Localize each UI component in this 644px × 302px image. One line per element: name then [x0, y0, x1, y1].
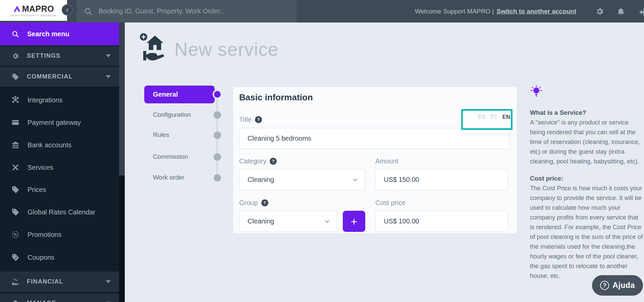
category-select[interactable]: Cleaning: [239, 169, 365, 190]
step-dot: [214, 153, 221, 161]
bell-icon: [616, 7, 625, 16]
sidebar-item-label: Bank accounts: [28, 141, 71, 149]
page-title: New service: [174, 39, 279, 60]
notifications-bell-button[interactable]: [616, 7, 625, 16]
sidebar-item-label: Global Rates Calendar: [28, 208, 95, 216]
sidebar-item-label: Integrations: [28, 96, 63, 104]
chevron-down-icon: [106, 75, 111, 78]
hand-coins-icon: [11, 278, 19, 286]
step-rules[interactable]: Rules: [153, 131, 169, 139]
price-tag-icon: [11, 186, 19, 194]
rates-tag-icon: [11, 208, 19, 216]
sidebar-item-global-rates-calendar[interactable]: Global Rates Calendar: [0, 205, 119, 219]
logout-icon: [638, 7, 644, 17]
basic-information-card: Basic information Title ? ES PT EN Categ…: [233, 87, 517, 234]
gear-icon: [595, 7, 604, 16]
integrations-hub-icon: [11, 96, 19, 104]
group-label: Group: [239, 199, 258, 207]
cost-price-label: Cost price: [375, 199, 406, 207]
tag-icon: [11, 73, 19, 81]
step-dot: [214, 111, 221, 119]
sidebar-item-label: Coupons: [28, 254, 54, 261]
sidebar-section-financial[interactable]: FINANCIAL: [0, 271, 119, 292]
sidebar-scrollbar[interactable]: [119, 22, 125, 302]
chevron-down-icon: [352, 177, 358, 183]
help-cost-title: Cost price:: [530, 175, 643, 182]
sidebar-item-prices[interactable]: Prices: [0, 182, 119, 197]
sidebar-item-payment-gateway[interactable]: Payment gateway: [0, 115, 119, 130]
sidebar-section-commercial[interactable]: COMMERCIAL: [0, 66, 119, 87]
sidebar-item-promotions[interactable]: % Promotions: [0, 227, 119, 242]
global-search[interactable]: [76, 0, 297, 22]
step-configuration[interactable]: Configuration: [153, 111, 191, 118]
card-title: Basic information: [239, 92, 313, 103]
switch-account-link[interactable]: Switch to another account: [496, 8, 576, 15]
sidebar-item-label: Promotions: [28, 231, 61, 239]
step-general[interactable]: General: [144, 86, 215, 103]
main-content: New service General Configuration Rules …: [125, 22, 644, 302]
sidebar-section-manage[interactable]: MANAGE: [0, 293, 119, 302]
sidebar-section-label: FINANCIAL: [27, 278, 63, 285]
settings-gear-button[interactable]: [595, 7, 604, 16]
logout-button[interactable]: [638, 7, 644, 16]
chevron-down-icon: [106, 54, 111, 57]
add-group-button[interactable]: +: [343, 211, 365, 232]
step-dot-active: [213, 90, 222, 99]
ajuda-label: Ajuda: [612, 281, 635, 290]
sidebar: Search menu SETTINGS COMMERCIAL Integrat…: [0, 22, 119, 302]
svg-text:%: %: [14, 233, 17, 237]
global-search-input[interactable]: [99, 7, 286, 15]
chevron-down-icon: [106, 280, 111, 283]
sidebar-item-coupons[interactable]: Coupons: [0, 250, 119, 265]
category-label: Category: [239, 157, 266, 165]
coupon-tag-icon: [11, 253, 19, 261]
ajuda-help-button[interactable]: ? Ajuda: [592, 275, 643, 296]
sidebar-item-services[interactable]: Services: [0, 160, 119, 175]
category-value: Cleaning: [248, 176, 274, 183]
sidebar-collapse-button[interactable]: ‹: [62, 4, 73, 15]
amount-input[interactable]: [375, 169, 508, 190]
sidebar-item-label: Services: [28, 164, 53, 171]
lang-tab-pt[interactable]: PT: [490, 114, 498, 120]
sidebar-item-label: Prices: [28, 186, 46, 194]
cost-price-input[interactable]: [375, 211, 508, 232]
group-help-icon[interactable]: ?: [261, 199, 268, 206]
gear-icon: [11, 52, 19, 60]
sidebar-item-bank-accounts[interactable]: Bank accounts: [0, 138, 119, 152]
bank-icon: [11, 141, 19, 149]
title-help-icon[interactable]: ?: [255, 116, 262, 123]
percent-circle-icon: %: [11, 231, 19, 239]
sidebar-search-label: Search menu: [27, 30, 69, 38]
group-value: Cleaning: [248, 217, 274, 225]
logo-brand: MAPRO: [22, 4, 54, 14]
lang-tab-es[interactable]: ES: [478, 114, 486, 120]
app-logo[interactable]: MAPRO DEMO PROPERTY MANAGER: [0, 0, 67, 21]
step-work-order[interactable]: Work order: [153, 174, 184, 181]
category-help-icon[interactable]: ?: [270, 158, 277, 165]
step-dot: [214, 174, 221, 182]
step-dot: [214, 132, 221, 139]
amount-label: Amount: [375, 157, 398, 165]
help-what-title: What is a Service?: [530, 109, 643, 116]
scrollbar-thumb[interactable]: [119, 22, 125, 175]
sidebar-item-label: Payment gateway: [28, 119, 81, 127]
group-select[interactable]: Cleaning: [239, 211, 337, 232]
welcome-text: Welcome Support MAPRO |: [415, 8, 494, 15]
sidebar-section-settings[interactable]: SETTINGS: [0, 46, 119, 66]
title-input[interactable]: [239, 128, 509, 149]
search-icon: [84, 7, 93, 16]
sidebar-section-label: COMMERCIAL: [27, 73, 73, 80]
sidebar-item-integrations[interactable]: Integrations: [0, 93, 119, 107]
help-cost-text: The Cost Price is how much it costs your…: [530, 183, 643, 281]
sidebar-search-menu[interactable]: Search menu: [0, 22, 119, 45]
step-commission[interactable]: Commission: [153, 153, 188, 160]
search-icon: [11, 30, 19, 38]
help-panel: What is a Service? A "service" is any pr…: [530, 85, 643, 281]
language-tabs: ES PT EN: [464, 114, 510, 120]
logo-tagline: DEMO PROPERTY MANAGER: [10, 14, 57, 17]
logo-caret-icon: [13, 5, 21, 12]
sidebar-section-label: MANAGE: [27, 300, 56, 302]
lightbulb-icon: [530, 85, 543, 99]
lang-tab-en[interactable]: EN: [502, 114, 510, 120]
sidebar-section-label: SETTINGS: [27, 52, 60, 59]
